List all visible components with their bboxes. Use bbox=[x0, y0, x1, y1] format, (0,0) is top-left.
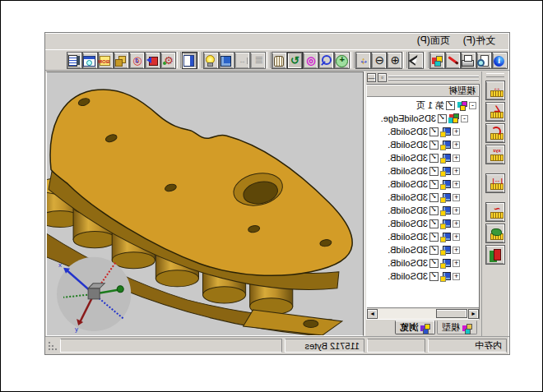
zoom-dynamic-button[interactable] bbox=[334, 52, 350, 69]
blocks-button[interactable] bbox=[114, 52, 129, 69]
tree-item-label: 第 1 页 bbox=[416, 99, 444, 112]
panel-restore-button[interactable]: ▫ bbox=[378, 73, 387, 82]
document-tree-button[interactable] bbox=[67, 52, 82, 69]
measure-length-button[interactable] bbox=[485, 81, 505, 100]
layers-button[interactable] bbox=[250, 52, 266, 69]
printer-button[interactable] bbox=[461, 52, 476, 69]
paste-add-button[interactable] bbox=[145, 52, 160, 69]
pan-move-button[interactable] bbox=[355, 52, 371, 69]
tree-panel-toggle-button[interactable] bbox=[182, 52, 197, 69]
scrollbar-thumb[interactable] bbox=[436, 309, 467, 318]
measure-area-button[interactable] bbox=[485, 224, 505, 243]
tree-row[interactable]: -3DSolidEdge. bbox=[367, 112, 479, 125]
panel-minimize-button[interactable]: — bbox=[367, 73, 376, 82]
pan-hand-button[interactable] bbox=[272, 52, 287, 69]
render-colors-button[interactable] bbox=[429, 52, 445, 69]
visibility-checkbox[interactable] bbox=[446, 101, 455, 110]
visibility-checkbox[interactable] bbox=[429, 219, 439, 228]
find-window-button[interactable] bbox=[82, 52, 98, 69]
toolbar-grab-handle[interactable] bbox=[486, 73, 504, 77]
select-arrow-icon bbox=[410, 54, 422, 67]
plus-expander[interactable]: + bbox=[452, 168, 460, 175]
zoom-in-button[interactable] bbox=[387, 52, 402, 69]
orientation-triad[interactable]: x y bbox=[57, 257, 131, 333]
annotate-pen-button[interactable] bbox=[445, 52, 461, 69]
tree-row[interactable]: +3DSolidB. bbox=[367, 151, 479, 164]
tree-solid-icon bbox=[440, 166, 451, 177]
tab-browse[interactable]: 浏览 bbox=[395, 321, 435, 334]
tree-row[interactable]: +3DSolidB. bbox=[367, 191, 479, 204]
info-icon bbox=[494, 56, 504, 67]
measure-distance-button[interactable] bbox=[485, 173, 505, 193]
tree-row[interactable]: +3DSolidB. bbox=[367, 230, 479, 243]
minus-expander[interactable]: - bbox=[461, 115, 468, 122]
zoom-pointer-button[interactable] bbox=[318, 52, 334, 69]
orbit-button[interactable] bbox=[303, 52, 318, 69]
plus-expander[interactable]: + bbox=[452, 194, 460, 201]
minus-expander[interactable]: - bbox=[469, 102, 476, 109]
plus-expander[interactable]: + bbox=[452, 181, 460, 188]
light-bulb-button[interactable] bbox=[203, 52, 219, 69]
plus-expander[interactable]: + bbox=[452, 220, 460, 228]
resize-grip[interactable] bbox=[48, 341, 58, 351]
menu-item[interactable]: 文件(F) bbox=[457, 33, 502, 49]
scroll-left-button[interactable]: ◄ bbox=[468, 309, 479, 319]
select-arrow-button[interactable] bbox=[408, 52, 424, 69]
measure-radius-button[interactable] bbox=[485, 123, 505, 143]
tree-row[interactable]: +3DSolidB. bbox=[367, 178, 479, 191]
visibility-checkbox[interactable] bbox=[429, 180, 439, 189]
dimension-button[interactable] bbox=[234, 52, 250, 69]
scroll-right-button[interactable]: ► bbox=[367, 309, 378, 319]
visibility-checkbox[interactable] bbox=[429, 154, 439, 163]
tree-row[interactable]: +3DSolidB. bbox=[367, 256, 479, 270]
viewport-3d[interactable]: x y bbox=[46, 71, 364, 336]
tree-row[interactable]: +3DSolidB. bbox=[367, 164, 479, 178]
plus-expander[interactable]: + bbox=[452, 207, 460, 214]
tree-row[interactable]: +3DSolidB. bbox=[367, 217, 479, 230]
visibility-checkbox[interactable] bbox=[429, 259, 439, 268]
tree-row[interactable]: +3DSolidB. bbox=[367, 243, 479, 256]
gears-icon bbox=[162, 54, 174, 67]
tree-row[interactable]: -第 1 页 bbox=[367, 99, 479, 112]
tree-row[interactable]: +3DSolidB. bbox=[367, 270, 479, 283]
plus-expander[interactable]: + bbox=[452, 273, 460, 280]
plus-expander[interactable]: + bbox=[452, 260, 460, 267]
rotate-button[interactable] bbox=[287, 52, 303, 69]
visibility-checkbox[interactable] bbox=[429, 167, 439, 176]
shade-cube-button[interactable] bbox=[219, 52, 234, 69]
menu-item[interactable]: 页面(P) bbox=[411, 33, 457, 49]
measure-angle-button[interactable] bbox=[485, 102, 505, 122]
visibility-checkbox[interactable] bbox=[429, 127, 439, 136]
visibility-checkbox[interactable] bbox=[429, 246, 439, 255]
plus-expander[interactable]: + bbox=[452, 247, 460, 254]
scrollbar-track[interactable] bbox=[378, 309, 468, 319]
measure-curve-button[interactable] bbox=[485, 202, 505, 222]
tree-row[interactable]: +3DSolidB. bbox=[367, 138, 479, 151]
zoom-out-button[interactable] bbox=[371, 52, 387, 69]
tree-horizontal-scrollbar[interactable]: ◄ ► bbox=[367, 307, 479, 319]
visibility-checkbox[interactable] bbox=[429, 206, 439, 215]
plus-expander[interactable]: + bbox=[452, 233, 460, 241]
tree-row[interactable]: +3DSolidB. bbox=[367, 204, 479, 217]
visibility-checkbox[interactable] bbox=[438, 114, 447, 123]
visibility-checkbox[interactable] bbox=[429, 272, 439, 281]
print-preview-icon bbox=[478, 54, 490, 67]
printer-icon bbox=[462, 54, 475, 67]
visibility-checkbox[interactable] bbox=[429, 141, 439, 150]
status-bar: 内存中 115712 Bytes bbox=[45, 336, 509, 354]
plus-expander[interactable]: + bbox=[452, 128, 460, 136]
measure-volume-button[interactable] bbox=[485, 245, 505, 265]
info-button[interactable] bbox=[492, 52, 508, 69]
plus-expander[interactable]: + bbox=[452, 141, 460, 149]
bom-table-button[interactable]: BOM bbox=[98, 52, 114, 69]
panel-grab-handle[interactable] bbox=[388, 76, 479, 81]
tab-model[interactable]: 模型 bbox=[437, 321, 477, 334]
plus-expander[interactable]: + bbox=[452, 154, 460, 162]
measure-coordinate-button[interactable]: xyz bbox=[485, 145, 505, 164]
gears-button[interactable] bbox=[160, 52, 176, 69]
tree-row[interactable]: +3DSolidB. bbox=[367, 125, 479, 138]
visibility-checkbox[interactable] bbox=[429, 193, 439, 202]
print-preview-button[interactable] bbox=[476, 52, 492, 69]
visibility-checkbox[interactable] bbox=[429, 233, 439, 242]
rotate-center-button[interactable] bbox=[129, 52, 145, 69]
